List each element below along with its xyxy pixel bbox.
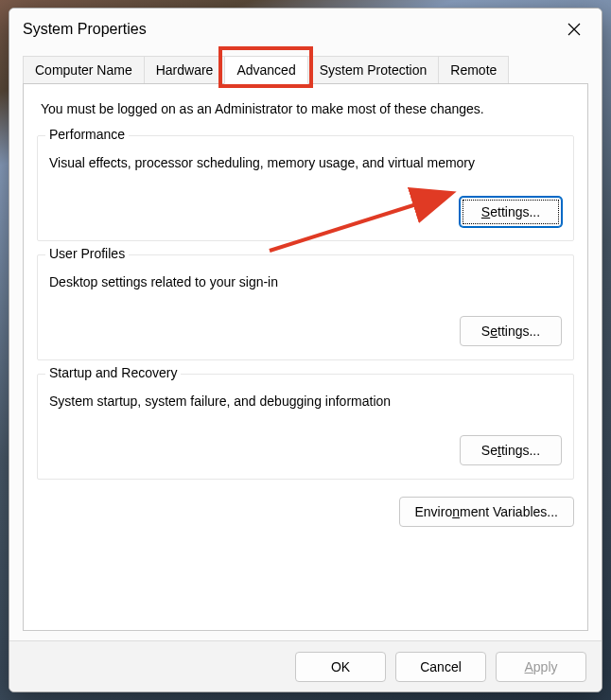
group-title-startup-recovery: Startup and Recovery [45,365,181,380]
environment-variables-button[interactable]: Environment Variables... [399,497,575,527]
tab-hardware[interactable]: Hardware [144,56,226,84]
apply-button[interactable]: Apply [496,652,586,682]
group-desc-user-profiles: Desktop settings related to your sign-in [49,274,562,289]
group-desc-performance: Visual effects, processor scheduling, me… [49,155,562,170]
startup-recovery-settings-button[interactable]: Settings... [460,435,562,465]
group-startup-recovery: Startup and Recovery System startup, sys… [37,374,574,480]
titlebar: System Properties [9,9,602,50]
admin-note: You must be logged on as an Administrato… [41,101,574,116]
tab-system-protection[interactable]: System Protection [307,56,440,84]
ok-button[interactable]: OK [295,652,386,682]
performance-settings-button[interactable]: Settings... [460,197,562,227]
system-properties-window: System Properties Computer Name Hardware… [9,8,602,692]
group-user-profiles: User Profiles Desktop settings related t… [37,254,574,360]
tab-computer-name[interactable]: Computer Name [23,56,145,84]
window-title: System Properties [23,21,147,38]
cancel-button[interactable]: Cancel [395,652,486,682]
user-profiles-settings-button[interactable]: Settings... [460,316,562,346]
group-title-performance: Performance [45,127,129,142]
group-performance: Performance Visual effects, processor sc… [37,135,574,241]
dialog-footer: OK Cancel Apply [9,640,602,691]
group-desc-startup-recovery: System startup, system failure, and debu… [49,394,562,409]
advanced-panel: You must be logged on as an Administrato… [23,83,588,631]
tab-advanced[interactable]: Advanced [224,56,307,84]
environment-variables-row: Environment Variables... [37,497,574,527]
tab-strip: Computer Name Hardware Advanced System P… [23,56,588,84]
group-title-user-profiles: User Profiles [45,246,129,261]
close-icon [567,23,581,36]
tab-remote[interactable]: Remote [438,56,509,84]
close-button[interactable] [554,14,594,44]
